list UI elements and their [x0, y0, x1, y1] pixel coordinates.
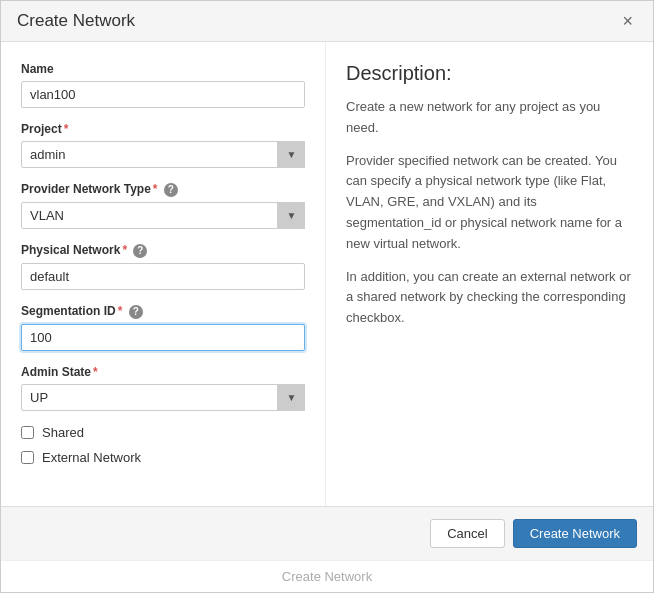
cancel-button[interactable]: Cancel: [430, 519, 504, 548]
project-group: Project* admin: [21, 122, 305, 168]
physical-required: *: [122, 243, 127, 257]
provider-network-type-help-icon[interactable]: ?: [164, 183, 178, 197]
admin-state-select-wrapper: UP: [21, 384, 305, 411]
watermark-bar: Create Network: [1, 560, 653, 592]
admin-state-label: Admin State*: [21, 365, 305, 379]
shared-checkbox[interactable]: [21, 426, 34, 439]
description-paragraph-2: Provider specified network can be create…: [346, 151, 633, 255]
modal-footer: Cancel Create Network: [1, 506, 653, 560]
provider-network-type-group: Provider Network Type* ? VLAN: [21, 182, 305, 229]
modal-body: Name Project* admin Provider Network: [1, 42, 653, 506]
provider-required: *: [153, 182, 158, 196]
project-required: *: [64, 122, 69, 136]
shared-checkbox-label: Shared: [42, 425, 84, 440]
shared-checkbox-group: Shared: [21, 425, 305, 440]
provider-network-type-select-wrapper: VLAN: [21, 202, 305, 229]
admin-state-required: *: [93, 365, 98, 379]
name-group: Name: [21, 62, 305, 108]
physical-network-group: Physical Network* ?: [21, 243, 305, 290]
watermark-text: Create Network: [282, 569, 372, 584]
external-network-checkbox-label: External Network: [42, 450, 141, 465]
external-network-checkbox[interactable]: [21, 451, 34, 464]
project-select-wrapper: admin: [21, 141, 305, 168]
create-network-button[interactable]: Create Network: [513, 519, 637, 548]
description-title: Description:: [346, 62, 633, 85]
segmentation-id-help-icon[interactable]: ?: [129, 305, 143, 319]
physical-network-label: Physical Network* ?: [21, 243, 305, 258]
segmentation-id-group: Segmentation ID* ?: [21, 304, 305, 351]
description-paragraph-1: Create a new network for any project as …: [346, 97, 633, 139]
provider-network-type-label: Provider Network Type* ?: [21, 182, 305, 197]
admin-state-group: Admin State* UP: [21, 365, 305, 411]
close-button[interactable]: ×: [618, 12, 637, 30]
physical-network-input[interactable]: [21, 263, 305, 290]
segmentation-required: *: [118, 304, 123, 318]
modal-header: Create Network ×: [1, 1, 653, 42]
project-select[interactable]: admin: [21, 141, 305, 168]
segmentation-id-input[interactable]: [21, 324, 305, 351]
external-network-checkbox-group: External Network: [21, 450, 305, 465]
name-label: Name: [21, 62, 305, 76]
modal-title: Create Network: [17, 11, 135, 31]
provider-network-type-select[interactable]: VLAN: [21, 202, 305, 229]
modal-dialog: Create Network × Name Project* admin: [0, 0, 654, 593]
segmentation-id-label: Segmentation ID* ?: [21, 304, 305, 319]
physical-network-help-icon[interactable]: ?: [133, 244, 147, 258]
form-panel: Name Project* admin Provider Network: [1, 42, 326, 506]
description-paragraph-3: In addition, you can create an external …: [346, 267, 633, 329]
description-panel: Description: Create a new network for an…: [326, 42, 653, 506]
name-input[interactable]: [21, 81, 305, 108]
admin-state-select[interactable]: UP: [21, 384, 305, 411]
project-label: Project*: [21, 122, 305, 136]
